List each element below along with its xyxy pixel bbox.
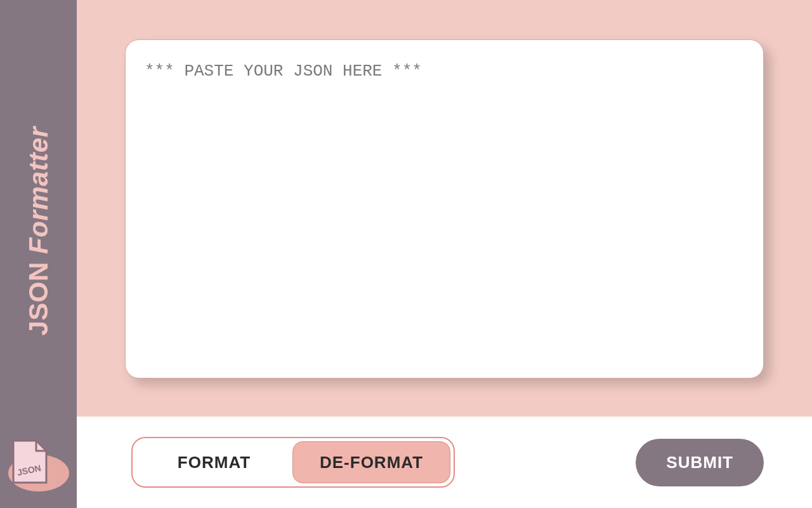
bottom-bar: FORMAT DE-FORMAT SUBMIT: [77, 417, 812, 508]
main-area: FORMAT DE-FORMAT SUBMIT: [77, 0, 812, 508]
json-file-icon: JSON: [11, 439, 49, 485]
submit-button[interactable]: SUBMIT: [636, 439, 764, 486]
app-title-formatter: Formatter: [23, 126, 53, 254]
sidebar: JSON Formatter JSON: [0, 0, 77, 508]
mode-toggle: FORMAT DE-FORMAT: [131, 437, 455, 488]
format-option[interactable]: FORMAT: [136, 441, 292, 483]
app-logo: JSON: [7, 433, 70, 497]
app-title-json: JSON: [23, 254, 53, 336]
deformat-option[interactable]: DE-FORMAT: [292, 441, 450, 483]
editor-zone: [77, 0, 812, 417]
app-title: JSON Formatter: [23, 126, 54, 335]
json-input[interactable]: [125, 39, 764, 378]
